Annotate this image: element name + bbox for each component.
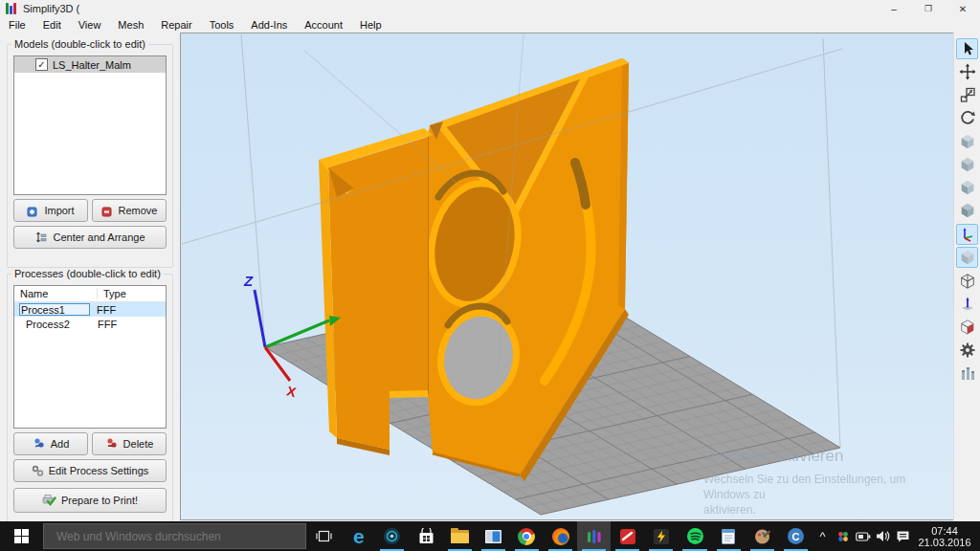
menu-mesh[interactable]: Mesh — [109, 18, 152, 32]
process-row-1[interactable]: Process1 FFF — [14, 302, 166, 317]
gear-icon — [959, 342, 976, 359]
taskbar-search-box[interactable] — [43, 523, 306, 549]
taskbar-clock[interactable]: 07:44 21.03.2016 — [915, 525, 974, 548]
spotify-icon — [686, 527, 704, 545]
taskbar-paint-app[interactable] — [746, 521, 779, 551]
process-2-name[interactable]: Process2 — [14, 319, 91, 330]
col-name: Name — [14, 288, 98, 299]
rotate-tool[interactable] — [956, 107, 978, 128]
process-1-name[interactable]: Process1 — [19, 303, 90, 316]
taskbar-ccleaner[interactable]: C — [779, 521, 813, 551]
view-cube-side[interactable] — [956, 200, 978, 221]
axes-icon — [959, 226, 976, 243]
machine-settings-gear[interactable] — [956, 340, 978, 361]
wireframe-cube-icon — [959, 273, 976, 290]
scale-icon — [959, 86, 976, 103]
sync-pinwheel-icon[interactable] — [833, 521, 853, 551]
model-list-item[interactable]: ✓ LS_Halter_Malm — [14, 56, 166, 73]
supports-icon — [959, 364, 976, 382]
taskbar-spotify[interactable] — [678, 521, 711, 551]
center-arrange-button[interactable]: Center and Arrange — [13, 226, 167, 249]
process-row-2[interactable]: Process2 FFF — [14, 317, 166, 331]
support-structures[interactable] — [956, 363, 978, 384]
surface-normal-tool[interactable] — [956, 294, 978, 315]
models-group-title: Models (double-click to edit) — [11, 38, 148, 50]
add-process-icon — [33, 437, 46, 451]
center-arrange-icon — [34, 231, 48, 244]
power-plug-icon[interactable] — [853, 521, 873, 551]
taskbar-file-explorer[interactable] — [443, 521, 477, 551]
add-process-button[interactable]: Add — [13, 432, 88, 455]
clock-date: 21.03.2016 — [915, 537, 974, 548]
import-icon — [27, 205, 39, 217]
close-button[interactable]: ✕ — [946, 0, 980, 17]
processes-table[interactable]: Name Type Process1 FFF Process2 FFF — [13, 285, 167, 429]
prepare-to-print-button[interactable]: Prepare to Print! — [13, 488, 167, 513]
restore-button[interactable]: ❐ — [911, 0, 946, 17]
coordinate-axes-toggle[interactable] — [956, 224, 978, 245]
remove-button[interactable]: Remove — [92, 199, 167, 222]
view-cube-front[interactable] — [956, 177, 978, 198]
taskbar-remote-window-app[interactable] — [477, 521, 510, 551]
start-button[interactable] — [0, 521, 43, 551]
move-tool[interactable] — [956, 61, 978, 82]
windows-taskbar: e C ^ — [0, 521, 980, 551]
view-cube-top[interactable] — [956, 154, 978, 175]
move-icon — [959, 63, 976, 80]
col-type: Type — [98, 288, 126, 299]
taskbar-notepad[interactable] — [712, 521, 746, 551]
taskbar-simplify3d[interactable] — [577, 521, 611, 551]
folder-icon — [451, 530, 469, 543]
menu-addins[interactable]: Add-Ins — [242, 18, 296, 32]
minimize-button[interactable]: – — [877, 0, 911, 17]
menu-view[interactable]: View — [70, 18, 110, 32]
model-item-label: LS_Halter_Malm — [53, 59, 131, 71]
cross-section-tool[interactable] — [956, 317, 978, 338]
taskbar-windows-store[interactable] — [409, 521, 442, 551]
taskbar-firefox[interactable] — [544, 521, 577, 551]
volume-speaker-icon[interactable] — [873, 521, 893, 551]
flash-icon — [653, 528, 670, 545]
viewport-3d[interactable]: Z X Windows aktivieren Wechseln Sie zu d… — [180, 33, 954, 520]
edit-process-settings-button[interactable]: Edit Process Settings — [13, 459, 167, 482]
red-cad-icon — [619, 528, 636, 545]
import-button[interactable]: Import — [13, 199, 88, 222]
solid-cube-toggle[interactable] — [956, 247, 978, 268]
taskbar-edge[interactable]: e — [342, 521, 375, 551]
select-cursor-tool[interactable] — [956, 38, 978, 59]
process-2-type: FFF — [91, 319, 117, 330]
models-list[interactable]: ✓ LS_Halter_Malm — [13, 55, 167, 195]
view-cube-default[interactable] — [956, 131, 978, 152]
taskbar-red-cad-app[interactable] — [611, 521, 644, 551]
view-toolbar — [953, 33, 980, 520]
task-view-button[interactable] — [306, 521, 342, 551]
firefox-icon — [552, 528, 569, 545]
model-checkbox[interactable]: ✓ — [35, 58, 48, 71]
menu-file[interactable]: File — [0, 18, 34, 32]
menu-help[interactable]: Help — [351, 18, 390, 32]
remote-window-icon — [484, 529, 502, 544]
scale-tool[interactable] — [956, 84, 978, 105]
left-panel: Models (double-click to edit) ✓ LS_Halte… — [0, 33, 180, 520]
screen: { "window": { "title": "Simplify3D (", "… — [0, 0, 980, 551]
task-view-icon — [316, 529, 332, 543]
processes-table-header: Name Type — [14, 286, 166, 302]
menu-tools[interactable]: Tools — [201, 18, 243, 32]
taskbar-chrome[interactable] — [510, 521, 544, 551]
menu-edit[interactable]: Edit — [34, 18, 70, 32]
delete-process-icon — [105, 437, 119, 451]
prepare-print-icon — [42, 494, 56, 507]
taskbar-photo-flash-app[interactable] — [644, 521, 678, 551]
hidden-icons-chevron[interactable]: ^ — [813, 521, 833, 551]
cross-section-icon — [959, 319, 976, 336]
menu-repair[interactable]: Repair — [152, 18, 200, 32]
remove-icon — [101, 205, 114, 217]
action-center-icon[interactable] — [893, 521, 913, 551]
title-bar[interactable]: Simplify3D ( — [0, 0, 980, 17]
delete-process-button[interactable]: Delete — [92, 432, 167, 455]
network-app-icon — [383, 527, 401, 545]
search-input[interactable] — [44, 529, 305, 544]
wireframe-toggle[interactable] — [956, 271, 978, 292]
menu-account[interactable]: Account — [296, 18, 351, 32]
taskbar-network-app[interactable] — [375, 521, 409, 551]
